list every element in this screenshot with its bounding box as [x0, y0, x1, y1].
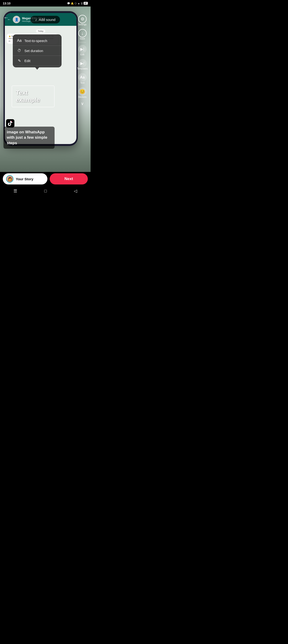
settings-tool[interactable]: ⚙ Settings: [76, 14, 89, 27]
save-download-icon: ↓: [81, 31, 84, 36]
stickers-emoji-icon: 😊: [80, 89, 85, 94]
text-to-speech-item[interactable]: Aa Text-to-speech: [13, 36, 62, 46]
edit-label: Edit: [24, 59, 30, 63]
your-story-label: Your Story: [16, 177, 34, 181]
edit-play-icon: ▶|: [80, 47, 84, 51]
back-button[interactable]: ←: [4, 15, 8, 21]
edit-icon: ✎: [17, 58, 22, 63]
templates-tool[interactable]: ▶/ Templates: [76, 58, 89, 71]
wifi-icon: ▲: [78, 2, 80, 5]
text-to-speech-label: Text-to-speech: [24, 39, 47, 43]
next-label: Next: [64, 176, 73, 181]
stickers-label: Stickers: [78, 96, 87, 98]
music-icon: ♪: [35, 18, 37, 22]
settings-icon-wrapper: ⚙: [78, 15, 87, 23]
bottom-bar: 👩 Your Story Next: [0, 172, 90, 186]
home-nav-button[interactable]: □: [44, 189, 47, 194]
android-nav-bar: ☰ □ ◁: [0, 186, 90, 196]
edit-item[interactable]: ✎ Edit: [13, 56, 62, 66]
stickers-tool[interactable]: 😊 Stickers: [76, 86, 89, 100]
text-tool[interactable]: Aa Text: [76, 72, 89, 86]
status-time: 13:10: [3, 2, 10, 5]
add-sound-button[interactable]: ♪ Add sound: [30, 16, 60, 24]
menu-nav-button[interactable]: ☰: [14, 188, 17, 194]
notification-icon: 🔔: [71, 2, 74, 5]
text-example-label: Text example: [16, 89, 40, 104]
edit-tool[interactable]: ▶| Edit: [76, 44, 89, 57]
bluetooth-icon: ⬡: [74, 2, 77, 5]
add-sound-label: Add sound: [39, 18, 56, 22]
save-tool[interactable]: ↓ Save: [76, 28, 89, 41]
save-icon-wrapper: ↓: [78, 29, 87, 38]
right-sidebar: ⚙ Settings ↓ Save ▶| Edit ▶/ Templates A…: [76, 14, 89, 106]
date-badge: Today: [7, 28, 74, 33]
settings-gear-icon: ⚙: [80, 16, 84, 22]
battery-indicator: 87: [84, 2, 88, 5]
whatsapp-icon: 💬: [67, 2, 70, 5]
back-nav-button[interactable]: ◁: [74, 188, 77, 194]
text-example-overlay[interactable]: Text example: [12, 86, 54, 107]
templates-label: Templates: [77, 67, 88, 70]
caption-text: image on WhatsApp with just a few simple…: [7, 130, 48, 146]
your-story-button[interactable]: 👩 Your Story: [3, 173, 48, 184]
tiktok-logo-icon: [6, 119, 14, 128]
status-icons: 💬 🔔 ⬡ ▲ ||| 87: [67, 2, 88, 5]
context-menu-tail: [35, 67, 40, 70]
sidebar-divider: [79, 42, 86, 42]
save-label: Save: [80, 38, 85, 40]
stickers-icon-wrapper: 😊: [78, 87, 87, 96]
text-to-speech-icon: Aa: [17, 38, 22, 43]
context-menu: Aa Text-to-speech ⏱ Set duration ✎ Edit: [13, 34, 62, 67]
text-icon-wrapper: Aa: [78, 73, 87, 82]
signal-icon: |||: [81, 2, 83, 5]
set-duration-item[interactable]: ⏱ Set duration: [13, 46, 62, 56]
clock-icon: ⏱: [17, 48, 22, 53]
edit-label: Edit: [80, 53, 84, 56]
next-button[interactable]: Next: [50, 173, 88, 184]
templates-icon-wrapper: ▶/: [78, 59, 87, 67]
more-tools-chevron[interactable]: ∨: [81, 101, 84, 106]
contact-avatar: 👤: [13, 16, 20, 23]
settings-label: Settings: [78, 23, 86, 26]
main-content: ← 👤 Megan Ellis (You) Message yourself T…: [0, 6, 90, 172]
templates-icon: ▶/: [80, 61, 84, 66]
your-story-avatar: 👩: [6, 175, 14, 182]
text-label: Text: [80, 82, 84, 84]
edit-icon-wrapper: ▶|: [78, 45, 87, 53]
bottom-caption: image on WhatsApp with just a few simple…: [4, 126, 54, 149]
set-duration-label: Set duration: [24, 49, 43, 53]
status-bar: 13:10 💬 🔔 ⬡ ▲ ||| 87: [0, 0, 90, 6]
text-aa-icon: Aa: [80, 75, 84, 80]
